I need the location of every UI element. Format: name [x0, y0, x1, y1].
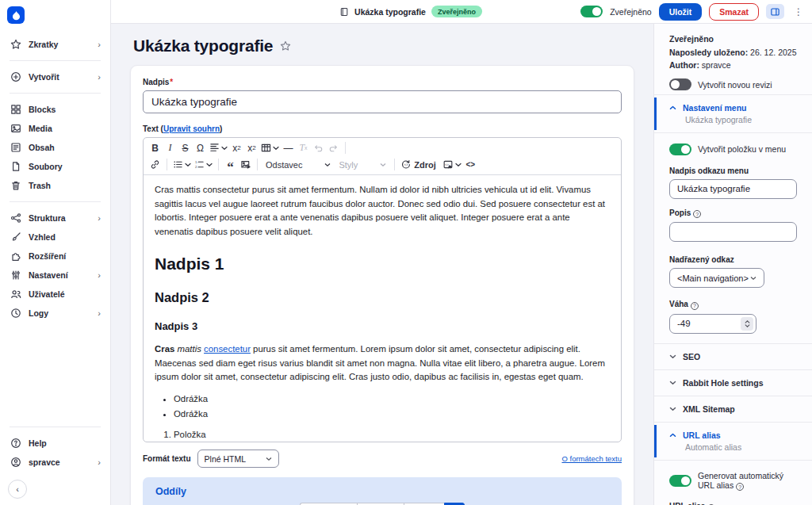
horizontal-rule-button[interactable]: —: [281, 141, 296, 155]
help-tooltip-icon[interactable]: ?: [736, 483, 744, 491]
delete-button[interactable]: Smazat: [709, 3, 759, 21]
sidebar-item-rozsireni[interactable]: Rozšíření: [0, 247, 110, 266]
sidebar-item-obsah[interactable]: Obsah: [0, 138, 110, 157]
xml-sitemap-section[interactable]: XML Sitemap: [654, 396, 812, 422]
subscript-button[interactable]: x2: [244, 141, 259, 155]
chevron-down-icon: [669, 354, 676, 359]
sidebar-item-vzhled[interactable]: Vzhled: [0, 228, 110, 247]
about-formats-link[interactable]: O formátech textu: [561, 454, 622, 463]
redo-button[interactable]: [326, 141, 341, 155]
chevron-down-icon: [669, 381, 676, 385]
table-dropdown[interactable]: [259, 141, 281, 155]
url-alias-section[interactable]: URL alias Automatic alias: [654, 423, 812, 460]
parent-link-value: <Main navigation>: [677, 274, 749, 283]
toolbar-row-1: B I S Ω x2 x2: [147, 140, 617, 156]
weight-label: Váha?: [669, 300, 797, 310]
right-panel: Zveřejněno Naposledy uloženo: 26. 12. 20…: [653, 24, 812, 505]
sidebar-item-account[interactable]: spravce ›: [0, 453, 110, 472]
divider: [10, 427, 101, 427]
menu-link-title-input[interactable]: [669, 179, 797, 199]
undo-button[interactable]: [311, 141, 326, 155]
sidebar-item-vytvorit[interactable]: Vytvořit ›: [0, 67, 110, 86]
bulleted-list-dropdown[interactable]: [171, 158, 193, 172]
toggle-panel-button[interactable]: [766, 4, 784, 19]
templates-dropdown[interactable]: <>: [441, 158, 463, 172]
sidebar-item-label: Rozšíření: [29, 251, 66, 261]
text-format-select[interactable]: Plné HTML: [197, 450, 279, 468]
sidebar-item-nastaveni[interactable]: Nastavení ›: [0, 266, 110, 285]
puzzle-icon: [10, 251, 21, 262]
styles-dropdown[interactable]: Styly: [335, 158, 390, 172]
toolbar-separator: [167, 159, 167, 170]
user-avatar-icon: [10, 457, 21, 468]
sidebar-item-zkratky[interactable]: Zkratky ›: [0, 35, 110, 54]
sidebar-item-logy[interactable]: Logy ›: [0, 304, 110, 323]
sidebar-item-trash[interactable]: Trash: [0, 176, 110, 195]
superscript-button[interactable]: x2: [229, 141, 244, 155]
help-tooltip-icon[interactable]: ?: [693, 210, 701, 218]
collapse-sidebar-button[interactable]: ‹: [8, 480, 27, 499]
chevron-right-icon: ›: [98, 270, 101, 280]
editor-body[interactable]: Cras mattis consectetur purus sit amet f…: [144, 175, 621, 442]
menu-settings-section[interactable]: Nastavení menu Ukázka typografie: [654, 95, 812, 132]
topbar-document-info: Ukázka typografie Zveřejněno: [339, 6, 482, 17]
publish-toggle[interactable]: [580, 6, 603, 17]
create-menu-item-toggle[interactable]: [669, 143, 691, 155]
sidebar-item-struktura[interactable]: Struktura ›: [0, 209, 110, 228]
divider: [654, 132, 812, 133]
new-revision-toggle[interactable]: [669, 78, 691, 90]
strikethrough-button[interactable]: S: [178, 141, 193, 155]
sections-area: Oddíly: [143, 477, 622, 505]
edit-summary-link[interactable]: Upravit souhrn: [163, 124, 220, 133]
sidebar-item-media[interactable]: Media: [0, 119, 110, 138]
paragraph-format-dropdown[interactable]: Odstavec: [262, 158, 335, 172]
rabbit-hole-section[interactable]: Rabbit Hole settings: [654, 370, 812, 396]
save-button[interactable]: Uložit: [659, 3, 703, 21]
nadpis-input[interactable]: [143, 90, 622, 113]
body-link[interactable]: consectetur: [204, 344, 251, 354]
source-button[interactable]: <> Zdroj: [399, 158, 438, 172]
drupal-logo[interactable]: [7, 6, 25, 24]
alignment-dropdown[interactable]: [208, 141, 229, 155]
bold-button[interactable]: B: [147, 141, 163, 155]
auto-alias-label: Generovat automatický URL alias?: [698, 471, 797, 492]
users-icon: [10, 289, 21, 300]
chevron-down-icon: [266, 457, 272, 461]
sidebar-item-label: Media: [29, 124, 52, 133]
sidebar-item-help[interactable]: Help: [0, 434, 110, 453]
link-button[interactable]: [147, 158, 163, 172]
blockquote-button[interactable]: “: [223, 158, 238, 172]
numbered-list-dropdown[interactable]: 1.2.: [193, 158, 214, 172]
number-spinner[interactable]: [741, 317, 753, 331]
remove-format-button[interactable]: Tx: [296, 141, 311, 155]
auto-alias-toggle[interactable]: [669, 475, 691, 487]
sidebar-item-uzivatele[interactable]: Uživatelé: [0, 285, 110, 304]
plus-circle-icon: [10, 71, 21, 82]
parent-link-select[interactable]: <Main navigation>: [669, 268, 764, 288]
svg-text:<>: <>: [404, 163, 408, 166]
template-icon: <>: [442, 159, 454, 170]
description-input[interactable]: [669, 222, 797, 242]
more-options-icon[interactable]: ⋮: [791, 6, 806, 17]
page-title-row: Ukázka typografie: [133, 36, 634, 55]
sidebar-layout-icon: [770, 7, 780, 17]
toolbar-separator: [218, 159, 219, 170]
favorite-star-icon[interactable]: [280, 40, 291, 52]
section-title: XML Sitemap: [683, 404, 735, 414]
sidebar-item-soubory[interactable]: Soubory: [0, 157, 110, 176]
media-image-icon: [10, 123, 21, 134]
help-icon: [10, 438, 21, 449]
special-character-button[interactable]: Ω: [193, 141, 208, 155]
topbar-doc-title: Ukázka typografie: [354, 7, 426, 17]
last-saved-label: Naposledy uloženo:: [669, 48, 748, 57]
help-tooltip-icon[interactable]: ?: [691, 302, 699, 310]
italic-button[interactable]: I: [163, 141, 178, 155]
sidebar-item-blocks[interactable]: Blocks: [0, 100, 110, 119]
url-alias-label-text: URL alias: [669, 502, 705, 505]
insert-media-button[interactable]: [238, 158, 253, 172]
code-button[interactable]: <>: [463, 158, 478, 172]
svg-text:<>: <>: [445, 163, 449, 166]
author: Author: spravce: [669, 60, 797, 70]
chevron-down-icon: [324, 163, 331, 167]
seo-section[interactable]: SEO: [654, 344, 812, 369]
